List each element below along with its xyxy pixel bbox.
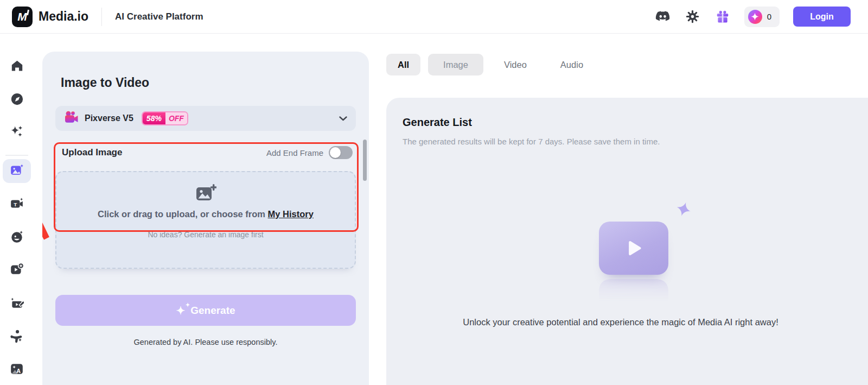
gift-rewards-icon[interactable]: [714, 9, 731, 25]
explore-compass-icon: [10, 92, 24, 108]
discount-off-label: OFF: [165, 112, 187, 124]
discount-percent: 58%: [143, 112, 165, 124]
pixverse-camera-icon: [64, 111, 79, 126]
credits-count: 0: [767, 12, 771, 21]
ai-avatar-icon: [10, 329, 24, 345]
sidebar-item-image-to-video[interactable]: [3, 159, 31, 183]
sidebar-item-face-swap[interactable]: [3, 226, 31, 250]
generate-button-label: Generate: [190, 305, 235, 317]
discount-badge: 58% OFF: [142, 111, 188, 125]
face-swap-icon: [10, 230, 24, 246]
sidebar-divider: [5, 155, 28, 156]
tab-image[interactable]: Image: [428, 54, 483, 75]
dropzone-instruction: Click or drag to upload, or choose from …: [56, 209, 355, 219]
generate-list-subtitle: The generated results will be kept for 7…: [403, 137, 660, 146]
empty-state-message: Unlock your creative potential and exper…: [386, 317, 855, 327]
discord-icon[interactable]: [655, 9, 671, 25]
add-image-icon: [56, 183, 355, 205]
panel-scrollbar-thumb[interactable]: [363, 140, 367, 181]
image-to-video-icon: [10, 163, 24, 179]
ai-image-icon: A: [10, 362, 24, 378]
login-button[interactable]: Login: [793, 7, 851, 27]
tab-video[interactable]: Video: [491, 54, 540, 75]
text-to-video-icon: T: [10, 197, 24, 213]
my-history-link[interactable]: My History: [268, 209, 314, 219]
panel-title: Image to Video: [61, 75, 149, 90]
upload-header-row: Upload Image Add End Frame: [62, 146, 353, 160]
sidebar-item-explore[interactable]: [3, 88, 31, 112]
svg-text:T: T: [14, 201, 17, 207]
app-header: M Media.io AI Creative Platform: [0, 0, 868, 34]
toggle-knob: [330, 147, 341, 158]
credits-star-icon: [748, 10, 762, 24]
sidebar-item-ai-tools[interactable]: [3, 121, 31, 144]
add-end-frame-toggle[interactable]: [329, 146, 353, 159]
no-ideas-hint: No ideas? Generate an image first: [56, 230, 355, 239]
tab-all[interactable]: All: [386, 54, 420, 75]
add-end-frame-label: Add End Frame: [266, 148, 323, 157]
sidebar-item-sketch-to-video[interactable]: [3, 292, 31, 316]
generate-list-title: Generate List: [403, 116, 472, 129]
generate-button[interactable]: ✦✦ Generate: [55, 295, 356, 326]
sketch-to-video-icon: [10, 296, 24, 312]
video-generator-icon: [10, 262, 24, 279]
credits-balance[interactable]: 0: [744, 7, 780, 27]
upload-image-label: Upload Image: [62, 147, 122, 158]
generate-list-panel: Generate List The generated results will…: [386, 98, 868, 385]
page-subtitle: AI Creative Platform: [115, 11, 203, 22]
ai-sparkles-icon: [10, 124, 24, 141]
home-icon: [10, 59, 24, 75]
card-reflection: [599, 279, 668, 310]
mediaio-logo-icon[interactable]: M: [12, 7, 33, 27]
sidebar-item-video-generator[interactable]: [3, 258, 31, 282]
tool-sidebar: T A: [0, 34, 42, 385]
dropzone-text: Click or drag to upload, or choose from: [98, 209, 268, 219]
empty-state-illustration: [585, 222, 682, 310]
logo-glyph: M: [17, 10, 27, 23]
sidebar-item-home[interactable]: [3, 55, 31, 79]
settings-gear-icon[interactable]: [685, 9, 701, 25]
image-to-video-panel: Image to Video Pixverse V5 58% OFF Uploa…: [42, 52, 369, 385]
brand-name[interactable]: Media.io: [39, 9, 88, 24]
model-select-dropdown[interactable]: Pixverse V5 58% OFF: [55, 106, 356, 131]
sidebar-item-ai-avatar[interactable]: [3, 325, 31, 349]
sparkle-icon: ✦✦: [176, 304, 185, 317]
chevron-down-icon: [339, 116, 347, 121]
sidebar-item-ai-image[interactable]: A: [3, 358, 31, 382]
ai-disclaimer: Generated by AI. Please use responsibly.: [42, 338, 369, 346]
video-placeholder-card: [599, 222, 668, 275]
tab-audio[interactable]: Audio: [547, 54, 596, 75]
sidebar-item-text-to-video[interactable]: T: [3, 193, 31, 217]
add-end-frame-control: Add End Frame: [266, 146, 353, 159]
result-filter-tabs: All Image Video Audio: [386, 54, 596, 75]
header-divider: [101, 8, 102, 26]
header-actions: 0 Login: [655, 7, 851, 27]
model-name: Pixverse V5: [85, 113, 133, 123]
upload-dropzone[interactable]: Click or drag to upload, or choose from …: [55, 171, 356, 269]
